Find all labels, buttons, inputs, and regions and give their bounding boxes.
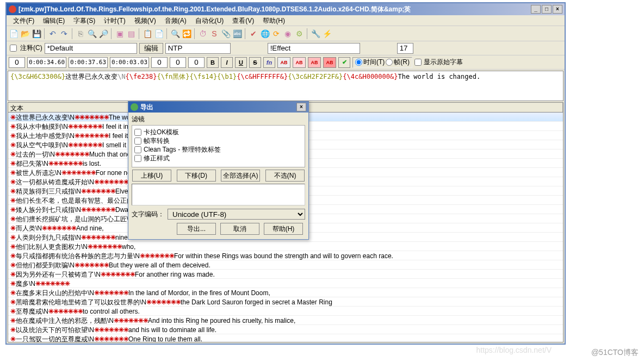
- margin-r[interactable]: [170, 57, 186, 68]
- filter-option[interactable]: Clean Tags - 整理特效标签: [134, 145, 302, 154]
- assist-icon[interactable]: 🌐: [260, 29, 270, 39]
- margin-l[interactable]: [151, 57, 168, 68]
- start-time[interactable]: [27, 57, 66, 68]
- select-none-button[interactable]: 不选(N): [265, 170, 305, 182]
- underline-button[interactable]: U: [235, 57, 247, 68]
- commit-button[interactable]: ✔: [338, 57, 350, 68]
- replace-icon[interactable]: 🔁: [182, 29, 191, 39]
- italic-button[interactable]: I: [221, 57, 233, 68]
- help-button[interactable]: 帮助(H): [264, 223, 303, 235]
- jump-icon[interactable]: ⎘: [76, 29, 85, 39]
- undo-icon[interactable]: ↶: [48, 29, 58, 39]
- kanji-icon[interactable]: ⚙: [294, 29, 304, 39]
- menu-字幕(S)[interactable]: 字幕(S): [69, 15, 100, 26]
- menu-计时(T)[interactable]: 计时(T): [100, 15, 129, 26]
- table-row[interactable]: ✳至尊魔戒\N✳✳✳✳✳✳✳to control all others.: [8, 307, 563, 316]
- spell-icon[interactable]: ✔: [249, 29, 258, 39]
- export-button[interactable]: 导出...: [177, 223, 216, 235]
- time-radio-label: 时间(T): [363, 58, 385, 67]
- menu-视频(V)[interactable]: 视频(V): [130, 15, 160, 26]
- timing-icon[interactable]: ⏱: [198, 29, 208, 39]
- raw-checkbox[interactable]: [414, 59, 422, 66]
- minimize-button[interactable]: _: [531, 5, 541, 14]
- find-icon[interactable]: 🔍: [170, 29, 180, 39]
- watermark: @51CTO博客: [591, 348, 639, 358]
- zoom-in-icon[interactable]: 🔍: [87, 29, 97, 39]
- close-button[interactable]: ×: [553, 5, 562, 14]
- table-row[interactable]: ✳黑暗魔君索伦暗地里铸造了可以奴役世界的\N✳✳✳✳✳✳✳the Dark Lo…: [8, 297, 563, 307]
- menu-文件(F)[interactable]: 文件(F): [9, 15, 39, 26]
- edit-textbox[interactable]: {\3c&H6C3300&}这世界已永久改变\N{\fe238}{\fn黑体}{…: [8, 71, 564, 101]
- menu-查看(V)[interactable]: 查看(V): [228, 15, 258, 26]
- menu-自动化(U)[interactable]: 自动化(U): [191, 15, 228, 26]
- table-row[interactable]: ✳一只驾驭一切的至尊魔戒\N✳✳✳✳✳✳✳One Ring to rule th…: [8, 334, 563, 342]
- maximize-button[interactable]: □: [542, 5, 552, 14]
- video-detach-icon[interactable]: ▤: [126, 29, 136, 39]
- color3-button[interactable]: AB: [308, 57, 321, 68]
- filter-option[interactable]: 卡拉OK模板: [134, 128, 302, 136]
- duration[interactable]: [110, 57, 149, 68]
- resample-icon[interactable]: ⟳: [271, 29, 281, 39]
- toolbar: 📄 📂 💾 ↶ ↷ ⎘ 🔍 🔎 ▣ ▤ 📋 📄 🔍 🔁 ⏱ S 📎 🔤 ✔ 🌐 …: [7, 26, 565, 41]
- attach-icon[interactable]: 📎: [221, 29, 231, 39]
- cancel-button[interactable]: 取消: [220, 223, 259, 235]
- edit-style-button[interactable]: 编辑: [139, 43, 163, 54]
- options-icon[interactable]: 🔧: [311, 29, 320, 39]
- color4-button[interactable]: AB: [323, 57, 336, 68]
- video-jump-icon[interactable]: ▣: [115, 29, 125, 39]
- strike-button[interactable]: S: [249, 57, 261, 68]
- paste-icon[interactable]: 📄: [154, 29, 164, 39]
- filter-option[interactable]: 修正样式: [134, 154, 302, 163]
- layer-spin[interactable]: [397, 43, 413, 54]
- style-icon[interactable]: S: [209, 29, 219, 39]
- filter-option[interactable]: 帧率转换: [134, 136, 302, 145]
- layer-input[interactable]: [9, 57, 25, 68]
- table-row[interactable]: ✳但他们都受到欺骗\N✳✳✳✳✳✳✳But they were all of t…: [8, 260, 563, 270]
- table-row[interactable]: ✳因为另外还有一只被铸造了\N✳✳✳✳✳✳✳For another ring w…: [8, 270, 563, 279]
- raw-label: 显示原始字幕: [424, 58, 463, 67]
- filter-checkbox[interactable]: [134, 146, 141, 153]
- encoding-label: 文字编码：: [132, 210, 164, 219]
- dialog-close-button[interactable]: ×: [296, 103, 306, 111]
- new-icon[interactable]: 📄: [9, 29, 18, 39]
- menu-编辑(E)[interactable]: 编辑(E): [39, 15, 69, 26]
- table-row[interactable]: ✳在魔多末日火山的烈焰中\N✳✳✳✳✳✳✳In the land of Mord…: [8, 288, 563, 297]
- automation-icon[interactable]: ⚡: [322, 29, 332, 39]
- table-row[interactable]: ✳以及统治天下的可怕欲望\N✳✳✳✳✳✳✳and his will to dom…: [8, 325, 563, 334]
- time-radio[interactable]: [355, 59, 362, 66]
- margin-v[interactable]: [188, 57, 205, 68]
- dialog-icon: [131, 103, 138, 111]
- table-row[interactable]: ✳每只戒指都拥有统治各种族的意志与力量\N✳✳✳✳✳✳✳For within t…: [8, 251, 563, 260]
- menu-帮助(H)[interactable]: 帮助(H): [258, 15, 289, 26]
- color1-button[interactable]: AB: [277, 57, 290, 68]
- zoom-out-icon[interactable]: 🔎: [98, 29, 108, 39]
- actor-combo[interactable]: [165, 43, 231, 54]
- font-icon[interactable]: 🔤: [232, 29, 242, 39]
- window-title: [zmk.pw]The.Lord.Of.The.Rings.Fellowship…: [18, 5, 531, 14]
- menu-音频(A)[interactable]: 音频(A): [160, 15, 191, 26]
- font-button[interactable]: fn: [263, 57, 275, 68]
- filter-checkbox[interactable]: [134, 129, 141, 136]
- table-row[interactable]: ✳魔多\N✳✳✳✳✳✳✳: [8, 279, 563, 288]
- comment-checkbox[interactable]: [10, 45, 17, 52]
- frame-radio[interactable]: [386, 59, 393, 66]
- filter-checkbox[interactable]: [134, 138, 141, 145]
- encoding-combo[interactable]: Unicode (UTF-8): [168, 209, 305, 220]
- move-up-button[interactable]: 上移(U): [132, 170, 171, 182]
- copy-icon[interactable]: 📋: [143, 29, 152, 39]
- open-icon[interactable]: 📂: [20, 29, 30, 39]
- stylebar: 注释(C) 编辑: [7, 41, 565, 55]
- move-down-button[interactable]: 下移(D): [177, 170, 216, 182]
- select-all-button[interactable]: 全部选择(A): [221, 170, 260, 182]
- timing-post-icon[interactable]: ◉: [283, 29, 293, 39]
- style-combo[interactable]: [45, 43, 137, 54]
- save-icon[interactable]: 💾: [32, 29, 41, 39]
- table-row[interactable]: ✳他在魔戒中注入他的邪恶，残酷\N✳✳✳✳✳✳✳And into this Ri…: [8, 316, 563, 325]
- table-row[interactable]: ✳他们比别人更贪图权力\N✳✳✳✳✳✳✳who,: [8, 242, 563, 251]
- color2-button[interactable]: AB: [293, 57, 306, 68]
- end-time[interactable]: [69, 57, 108, 68]
- effect-combo[interactable]: [268, 43, 360, 54]
- bold-button[interactable]: B: [207, 57, 219, 68]
- redo-icon[interactable]: ↷: [59, 29, 69, 39]
- filter-checkbox[interactable]: [134, 155, 141, 162]
